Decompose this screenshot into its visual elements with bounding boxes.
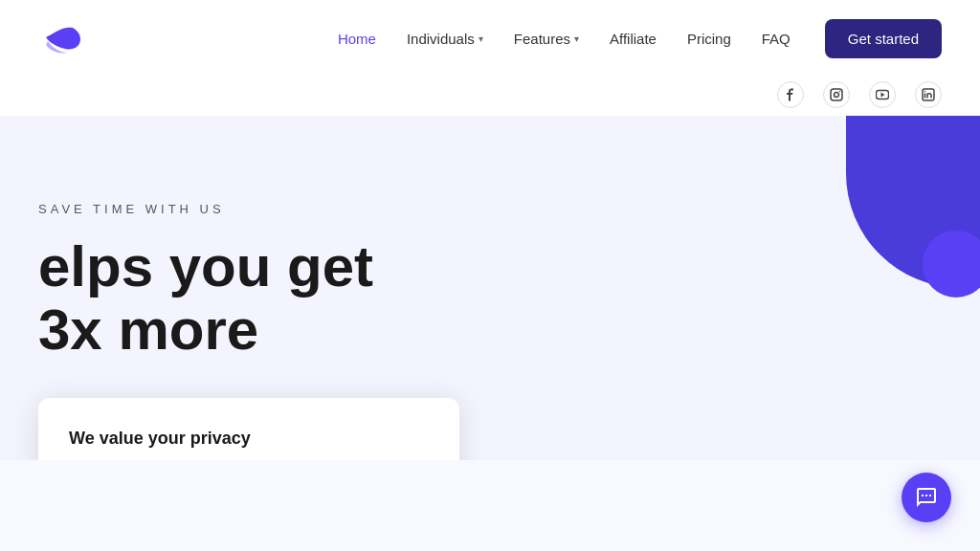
hero-section: SAVE TIME WITH US elps you get 3x more W… — [0, 116, 980, 460]
nav-features[interactable]: Features ▾ — [502, 23, 590, 55]
cookie-consent-dialog: We value your privacy We use cookies to … — [38, 398, 459, 460]
nav-individuals[interactable]: Individuals ▾ — [395, 23, 495, 55]
linkedin-icon[interactable] — [915, 81, 942, 108]
nav-pricing[interactable]: Pricing — [676, 23, 743, 55]
instagram-icon[interactable] — [823, 81, 850, 108]
facebook-icon[interactable] — [777, 81, 804, 108]
chevron-down-icon: ▾ — [574, 33, 579, 44]
svg-rect-0 — [831, 89, 842, 100]
svg-marker-4 — [881, 93, 885, 98]
header: Home Individuals ▾ Features ▾ Affiliate … — [0, 0, 980, 77]
deco-circle-small — [923, 231, 980, 298]
hero-heading-part2: 3x more — [38, 298, 258, 362]
logo-area — [38, 20, 84, 58]
svg-point-1 — [835, 93, 839, 98]
hero-subheading: SAVE TIME WITH US — [38, 202, 942, 216]
logo-icon — [38, 20, 84, 58]
cookie-title: We value your privacy — [69, 429, 429, 449]
get-started-button[interactable]: Get started — [825, 19, 942, 58]
nav-affiliate[interactable]: Affiliate — [598, 23, 668, 55]
nav-faq[interactable]: FAQ — [750, 23, 802, 55]
chevron-down-icon: ▾ — [479, 33, 483, 44]
chat-button[interactable] — [902, 473, 951, 522]
hero-heading-part1: elps you get — [38, 234, 373, 298]
nav-home[interactable]: Home — [326, 23, 388, 55]
youtube-icon[interactable] — [869, 81, 896, 108]
social-bar — [0, 77, 980, 116]
hero-heading: elps you get 3x more — [38, 235, 612, 362]
main-nav: Home Individuals ▾ Features ▾ Affiliate … — [326, 19, 942, 58]
svg-point-2 — [839, 91, 840, 92]
svg-point-7 — [924, 91, 926, 93]
chat-icon — [915, 486, 938, 509]
